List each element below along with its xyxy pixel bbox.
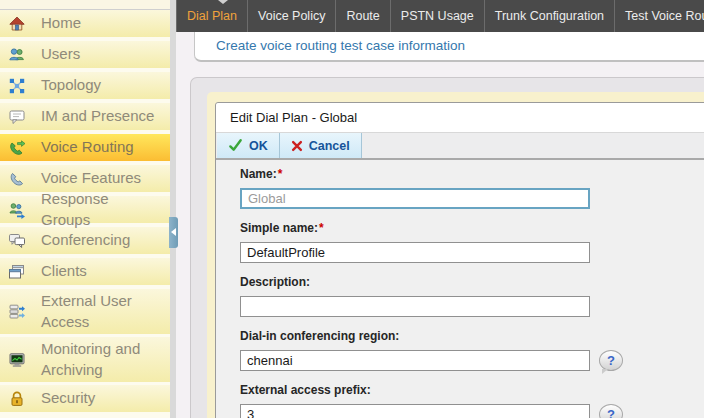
sidebar-item-label: Clients: [41, 261, 157, 281]
field-input[interactable]: [240, 296, 590, 317]
tab-test-voice-routing[interactable]: Test Voice Routing: [614, 0, 704, 32]
info-link-bar: Create voice routing test case informati…: [194, 32, 704, 62]
sidebar-item-security[interactable]: Security: [0, 385, 170, 412]
tab-label: Voice Policy: [258, 9, 325, 23]
ok-button-label: OK: [249, 139, 268, 153]
sidebar-item-label: Home: [41, 13, 157, 33]
field-label: External access prefix:: [240, 384, 704, 397]
form-field-simple-name: Simple name:* ?: [240, 222, 704, 263]
lync-control-panel: Home Users Topology IM and Presence Voic…: [0, 0, 704, 418]
sidebar-item-label: Conferencing: [41, 230, 157, 250]
response-groups-icon: [8, 201, 30, 219]
tab-trunk-configuration[interactable]: Trunk Configuration: [484, 0, 614, 32]
tab-label: PSTN Usage: [401, 9, 474, 23]
help-icon[interactable]: ?: [599, 404, 623, 418]
tab-label: Dial Plan: [187, 9, 237, 23]
monitoring-archiving-icon: [8, 351, 30, 369]
sidebar-item-label: Voice Routing: [41, 137, 157, 157]
sidebar-nav: Home Users Topology IM and Presence Voic…: [0, 0, 170, 418]
sidebar-item-voice-routing[interactable]: Voice Routing: [0, 134, 170, 161]
create-test-case-link[interactable]: Create voice routing test case informati…: [216, 32, 465, 60]
ok-button[interactable]: OK: [217, 133, 280, 158]
field-label: Name:*: [240, 168, 704, 181]
voice-features-icon: [8, 170, 30, 188]
tab-dial-plan[interactable]: Dial Plan: [176, 0, 247, 32]
sidebar-item-response-groups[interactable]: Response Groups: [0, 196, 170, 223]
voice-routing-icon: [8, 139, 30, 157]
topology-icon: [8, 77, 30, 95]
tab-label: Test Voice Routing: [625, 9, 704, 23]
tab-route[interactable]: Route: [335, 0, 389, 32]
field-input[interactable]: [240, 188, 590, 209]
check-icon: [228, 138, 243, 153]
sidebar-top-strip: [0, 0, 170, 10]
form-field-name: Name:* ?: [240, 168, 704, 209]
sidebar-item-voice-features[interactable]: Voice Features: [0, 165, 170, 192]
im-presence-icon: [8, 108, 30, 126]
dialog-toolbar: OK Cancel: [216, 133, 704, 160]
sidebar-item-label: IM and Presence: [41, 106, 157, 126]
sidebar-item-label: Security: [41, 388, 157, 408]
sidebar-item-label: Voice Features: [41, 168, 157, 188]
content-panel: Edit Dial Plan - Global OK: [190, 77, 704, 418]
field-input[interactable]: [240, 404, 590, 418]
form-field-external-access-prefix: External access prefix: ?: [240, 384, 704, 418]
sidebar-item-monitoring-and-archiving[interactable]: Monitoring and Archiving: [0, 337, 170, 382]
security-icon: [8, 390, 30, 408]
tab-label: Route: [346, 9, 379, 23]
sidebar-item-conferencing[interactable]: Conferencing: [0, 227, 170, 254]
help-icon[interactable]: ?: [599, 350, 623, 371]
edit-dial-plan-dialog: Edit Dial Plan - Global OK: [215, 102, 704, 418]
cancel-button-label: Cancel: [309, 139, 350, 153]
sidebar-item-label: External User Access: [41, 291, 157, 332]
sidebar-item-home[interactable]: Home: [0, 10, 170, 37]
external-user-access-icon: [8, 303, 30, 321]
tab-voice-policy[interactable]: Voice Policy: [247, 0, 335, 32]
form-field-dial-in-conferencing-region: Dial-in conferencing region: ?: [240, 330, 704, 371]
required-asterisk: *: [319, 221, 324, 235]
sidebar-item-external-user-access[interactable]: External User Access: [0, 289, 170, 334]
tab-label: Trunk Configuration: [495, 9, 604, 23]
x-icon: [291, 140, 303, 152]
sidebar-item-label: Users: [41, 44, 157, 64]
cancel-button[interactable]: Cancel: [280, 133, 362, 158]
field-label: Dial-in conferencing region:: [240, 330, 704, 343]
users-icon: [8, 46, 30, 64]
sidebar-item-label: Topology: [41, 75, 157, 95]
toolbar-button-group: OK Cancel: [217, 133, 362, 158]
dialog-frame: Edit Dial Plan - Global OK: [207, 92, 704, 418]
sidebar-item-label: Monitoring and Archiving: [41, 339, 157, 380]
required-asterisk: *: [278, 167, 283, 181]
active-tab-notch-icon: [218, 0, 228, 4]
form-field-description: Description: ?: [240, 276, 704, 317]
sidebar-collapse-handle[interactable]: [169, 217, 178, 248]
sidebar-item-topology[interactable]: Topology: [0, 72, 170, 99]
field-input[interactable]: [240, 350, 590, 371]
clients-icon: [8, 263, 30, 281]
field-label: Simple name:*: [240, 222, 704, 235]
field-label: Description:: [240, 276, 704, 289]
tab-pstn-usage[interactable]: PSTN Usage: [390, 0, 484, 32]
field-input[interactable]: [240, 242, 590, 263]
home-icon: [8, 15, 30, 33]
tab-bar: Dial Plan Voice Policy Route PSTN Usage …: [176, 0, 704, 32]
sidebar-item-clients[interactable]: Clients: [0, 258, 170, 285]
sidebar-splitter: [170, 0, 176, 418]
dialog-title: Edit Dial Plan - Global: [216, 103, 704, 133]
collapse-left-arrow-icon: [171, 228, 176, 236]
sidebar-item-im-and-presence[interactable]: IM and Presence: [0, 103, 170, 130]
sidebar-item-label: Response Groups: [41, 189, 157, 230]
dialog-form: Name:* ? Simple name:*: [216, 160, 704, 418]
conferencing-icon: [8, 232, 30, 250]
sidebar-item-users[interactable]: Users: [0, 41, 170, 68]
